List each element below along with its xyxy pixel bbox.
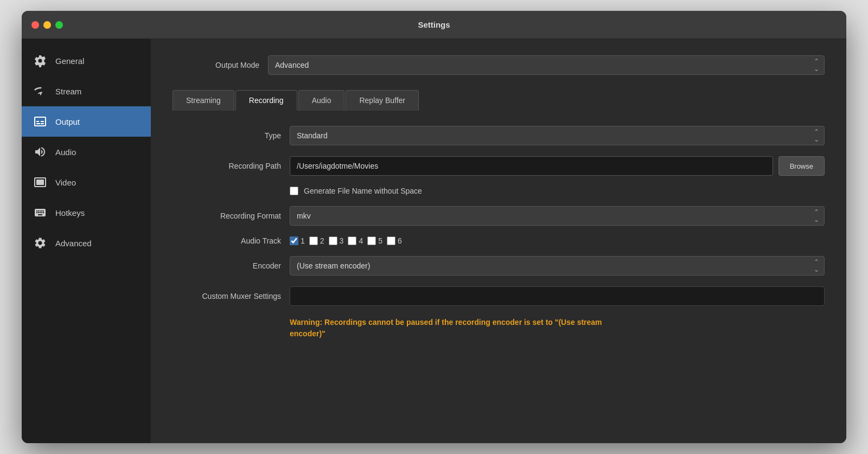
recording-format-wrapper: mkv mp4 flv ts m3u8 ⌃⌄ [290, 206, 825, 226]
sidebar-item-video[interactable]: Video [22, 167, 151, 197]
gear-icon [33, 53, 48, 68]
sidebar-item-advanced[interactable]: Advanced [22, 228, 151, 258]
track-4-checkbox[interactable] [348, 236, 356, 245]
stream-icon [33, 84, 48, 99]
track-item-2: 2 [309, 236, 324, 245]
track-item-4: 4 [348, 236, 363, 245]
recording-format-row: Recording Format mkv mp4 flv ts m3u8 ⌃⌄ [173, 206, 825, 226]
audio-track-label: Audio Track [173, 236, 281, 245]
encoder-label: Encoder [173, 261, 281, 270]
tab-streaming[interactable]: Streaming [173, 90, 234, 111]
track-item-5: 5 [367, 236, 382, 245]
track-4-label: 4 [359, 236, 363, 245]
close-button[interactable] [31, 21, 39, 29]
advanced-icon [33, 235, 48, 251]
encoder-select[interactable]: (Use stream encoder) [290, 256, 825, 276]
custom-muxer-wrapper [290, 286, 825, 306]
generate-filename-label[interactable]: Generate File Name without Space [304, 187, 422, 195]
track-item-6: 6 [387, 236, 402, 245]
sidebar-label-hotkeys: Hotkeys [55, 208, 85, 218]
type-row: Type Standard FFmpeg ⌃⌄ [173, 126, 825, 145]
track-2-checkbox[interactable] [309, 236, 318, 245]
audio-icon [33, 144, 48, 159]
sidebar-label-stream: Stream [55, 87, 81, 96]
recording-path-row: Recording Path Browse [173, 156, 825, 176]
encoder-select-container: (Use stream encoder) ⌃⌄ [290, 256, 825, 276]
sidebar-label-general: General [55, 56, 84, 66]
sidebar-label-audio: Audio [55, 148, 76, 157]
track-5-label: 5 [378, 236, 382, 245]
recording-path-input[interactable] [290, 156, 773, 176]
encoder-row: Encoder (Use stream encoder) ⌃⌄ [173, 256, 825, 276]
track-item-1: 1 [290, 236, 305, 245]
content-area: Output Mode Advanced Simple ⌃⌄ Streaming… [151, 39, 846, 443]
sidebar-item-stream[interactable]: Stream [22, 76, 151, 106]
sidebar-label-output: Output [55, 117, 80, 126]
titlebar: Settings [22, 11, 846, 39]
audio-track-row: Audio Track 1 2 3 [173, 236, 825, 245]
tab-recording[interactable]: Recording [235, 90, 297, 111]
minimize-button[interactable] [43, 21, 51, 29]
traffic-lights [31, 21, 63, 29]
warning-message: Warning: Recordings cannot be paused if … [173, 317, 639, 340]
output-tabs: Streaming Recording Audio Replay Buffer [173, 90, 825, 111]
custom-muxer-row: Custom Muxer Settings [173, 286, 825, 306]
output-mode-select[interactable]: Advanced Simple [268, 55, 825, 75]
maximize-button[interactable] [55, 21, 63, 29]
recording-path-inner: Browse [290, 156, 825, 176]
track-6-label: 6 [398, 236, 402, 245]
sidebar-item-output[interactable]: Output [22, 106, 151, 137]
tab-replay-buffer[interactable]: Replay Buffer [346, 90, 419, 111]
type-select[interactable]: Standard FFmpeg [290, 126, 825, 145]
window-title: Settings [418, 20, 450, 29]
track-2-label: 2 [320, 236, 324, 245]
output-mode-row: Output Mode Advanced Simple ⌃⌄ [173, 55, 825, 75]
browse-button[interactable]: Browse [778, 156, 825, 176]
encoder-wrapper: (Use stream encoder) ⌃⌄ [290, 256, 825, 276]
sidebar-item-hotkeys[interactable]: Hotkeys [22, 197, 151, 228]
recording-path-wrapper: Browse [290, 156, 825, 176]
settings-window: Settings General Strea [22, 11, 846, 443]
output-mode-label: Output Mode [173, 61, 259, 69]
custom-muxer-input[interactable] [290, 286, 825, 306]
generate-filename-checkbox[interactable] [290, 187, 298, 195]
sidebar-item-general[interactable]: General [22, 46, 151, 76]
recording-format-select[interactable]: mkv mp4 flv ts m3u8 [290, 206, 825, 226]
tab-audio[interactable]: Audio [298, 90, 345, 111]
generate-filename-row: Generate File Name without Space [173, 187, 825, 195]
track-6-checkbox[interactable] [387, 236, 395, 245]
recording-format-select-container: mkv mp4 flv ts m3u8 ⌃⌄ [290, 206, 825, 226]
custom-muxer-label: Custom Muxer Settings [173, 292, 281, 300]
track-item-3: 3 [329, 236, 344, 245]
sidebar-label-video: Video [55, 178, 76, 187]
track-5-checkbox[interactable] [367, 236, 376, 245]
type-label: Type [173, 131, 281, 140]
track-3-checkbox[interactable] [329, 236, 337, 245]
track-3-label: 3 [340, 236, 344, 245]
recording-format-label: Recording Format [173, 212, 281, 220]
recording-path-label: Recording Path [173, 162, 281, 170]
type-select-container: Standard FFmpeg ⌃⌄ [290, 126, 825, 145]
sidebar-item-audio[interactable]: Audio [22, 137, 151, 167]
output-mode-select-wrapper: Advanced Simple ⌃⌄ [268, 55, 825, 75]
output-icon [33, 114, 48, 129]
video-icon [33, 175, 48, 190]
track-controls: 1 2 3 4 5 [290, 236, 402, 245]
sidebar: General Stream Output [22, 39, 151, 443]
track-1-checkbox[interactable] [290, 236, 298, 245]
type-select-wrapper: Standard FFmpeg ⌃⌄ [290, 126, 825, 145]
sidebar-label-advanced: Advanced [55, 239, 92, 248]
track-1-label: 1 [301, 236, 305, 245]
hotkeys-icon [33, 205, 48, 220]
main-content: General Stream Output [22, 39, 846, 443]
